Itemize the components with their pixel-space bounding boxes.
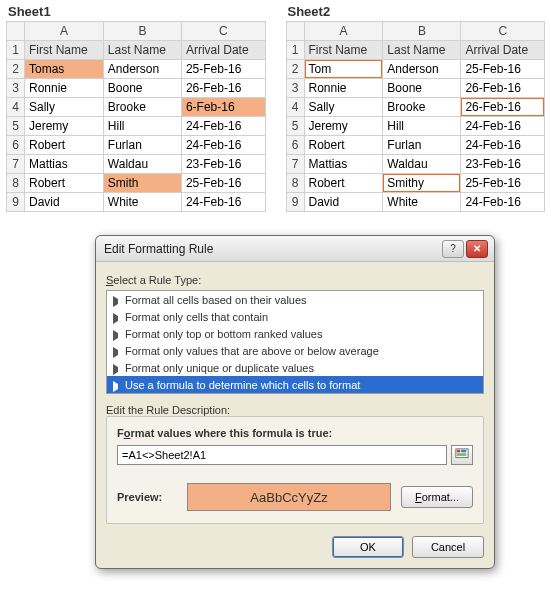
row-header[interactable]: 6 [286,136,304,155]
col-header[interactable]: A [25,22,104,41]
cell[interactable]: Waldau [383,155,461,174]
cell[interactable]: 26-Feb-16 [461,79,545,98]
cell[interactable]: Hill [103,117,181,136]
cell[interactable]: Furlan [383,136,461,155]
cell[interactable]: Brooke [383,98,461,117]
cell[interactable]: David [304,193,383,212]
cell[interactable]: 25-Feb-16 [461,60,545,79]
cell[interactable]: 6-Feb-16 [181,98,265,117]
cell[interactable]: Ronnie [25,79,104,98]
cell[interactable]: Waldau [103,155,181,174]
table-header-cell[interactable]: Last Name [103,41,181,60]
cell[interactable]: David [25,193,104,212]
cell[interactable]: 23-Feb-16 [461,155,545,174]
cell[interactable]: 24-Feb-16 [181,193,265,212]
svg-rect-2 [461,450,466,453]
col-header[interactable]: B [383,22,461,41]
cell[interactable]: White [103,193,181,212]
table-header-cell[interactable]: Last Name [383,41,461,60]
cell[interactable]: Anderson [103,60,181,79]
cell[interactable]: Robert [304,174,383,193]
cell[interactable]: Tomas [25,60,104,79]
cell[interactable]: 25-Feb-16 [181,174,265,193]
ok-button[interactable]: OK [332,536,404,558]
cell[interactable]: 24-Feb-16 [461,193,545,212]
cell[interactable]: Mattias [304,155,383,174]
col-header[interactable]: C [181,22,265,41]
cell[interactable]: Sally [25,98,104,117]
cell[interactable]: 24-Feb-16 [461,117,545,136]
row-header[interactable]: 8 [7,174,25,193]
cell[interactable]: Robert [304,136,383,155]
rule-type-item[interactable]: Format only values that are above or bel… [107,342,483,359]
cell[interactable]: Anderson [383,60,461,79]
row-header[interactable]: 7 [7,155,25,174]
cell[interactable]: Robert [25,136,104,155]
cell[interactable]: Tom [304,60,383,79]
col-header[interactable]: A [304,22,383,41]
cell[interactable]: Jeremy [304,117,383,136]
row-header[interactable]: 2 [7,60,25,79]
cancel-button[interactable]: Cancel [412,536,484,558]
svg-rect-1 [457,450,461,453]
cell[interactable]: Hill [383,117,461,136]
row-header[interactable]: 4 [7,98,25,117]
cell[interactable]: 24-Feb-16 [461,136,545,155]
cell[interactable]: Smithy [383,174,461,193]
row-header[interactable]: 1 [7,41,25,60]
row-header[interactable]: 6 [7,136,25,155]
formula-input[interactable] [117,445,447,465]
row-header[interactable]: 2 [286,60,304,79]
row-header[interactable]: 8 [286,174,304,193]
cell[interactable]: Brooke [103,98,181,117]
help-button[interactable]: ? [442,240,464,258]
rule-type-item[interactable]: Format only unique or duplicate values [107,359,483,376]
preview-box: AaBbCcYyZz [187,483,391,511]
cell[interactable]: 25-Feb-16 [461,174,545,193]
cell[interactable]: Robert [25,174,104,193]
row-header[interactable]: 3 [286,79,304,98]
table-header-cell[interactable]: Arrival Date [461,41,545,60]
format-button[interactable]: Format... [401,486,473,508]
cell[interactable]: Boone [103,79,181,98]
cell[interactable]: 26-Feb-16 [181,79,265,98]
cell[interactable]: White [383,193,461,212]
select-all-corner[interactable] [286,22,304,41]
rule-type-item[interactable]: Format all cells based on their values [107,291,483,308]
col-header[interactable]: C [461,22,545,41]
cell[interactable]: Smith [103,174,181,193]
sheet2-grid[interactable]: A B C 1First NameLast NameArrival Date2T… [286,21,546,212]
row-header[interactable]: 9 [286,193,304,212]
row-header[interactable]: 7 [286,155,304,174]
cell[interactable]: 25-Feb-16 [181,60,265,79]
cell[interactable]: Sally [304,98,383,117]
cell[interactable]: 23-Feb-16 [181,155,265,174]
cell[interactable]: Jeremy [25,117,104,136]
rule-type-list[interactable]: Format all cells based on their valuesFo… [106,290,484,394]
select-all-corner[interactable] [7,22,25,41]
cell[interactable]: 24-Feb-16 [181,117,265,136]
close-button[interactable]: ✕ [466,240,488,258]
cell[interactable]: Ronnie [304,79,383,98]
cell[interactable]: Mattias [25,155,104,174]
cell[interactable]: Boone [383,79,461,98]
table-header-cell[interactable]: First Name [304,41,383,60]
table-header-cell[interactable]: Arrival Date [181,41,265,60]
rule-type-item[interactable]: Format only cells that contain [107,308,483,325]
dialog-titlebar[interactable]: Edit Formatting Rule ? ✕ [96,236,494,262]
row-header[interactable]: 9 [7,193,25,212]
row-header[interactable]: 4 [286,98,304,117]
row-header[interactable]: 1 [286,41,304,60]
cell[interactable]: Furlan [103,136,181,155]
sheet1-grid[interactable]: A B C 1First NameLast NameArrival Date2T… [6,21,266,212]
row-header[interactable]: 5 [7,117,25,136]
collapse-dialog-button[interactable] [451,445,473,465]
cell[interactable]: 26-Feb-16 [461,98,545,117]
row-header[interactable]: 3 [7,79,25,98]
col-header[interactable]: B [103,22,181,41]
cell[interactable]: 24-Feb-16 [181,136,265,155]
row-header[interactable]: 5 [286,117,304,136]
table-header-cell[interactable]: First Name [25,41,104,60]
rule-type-item[interactable]: Format only top or bottom ranked values [107,325,483,342]
rule-type-item[interactable]: Use a formula to determine which cells t… [107,376,483,393]
